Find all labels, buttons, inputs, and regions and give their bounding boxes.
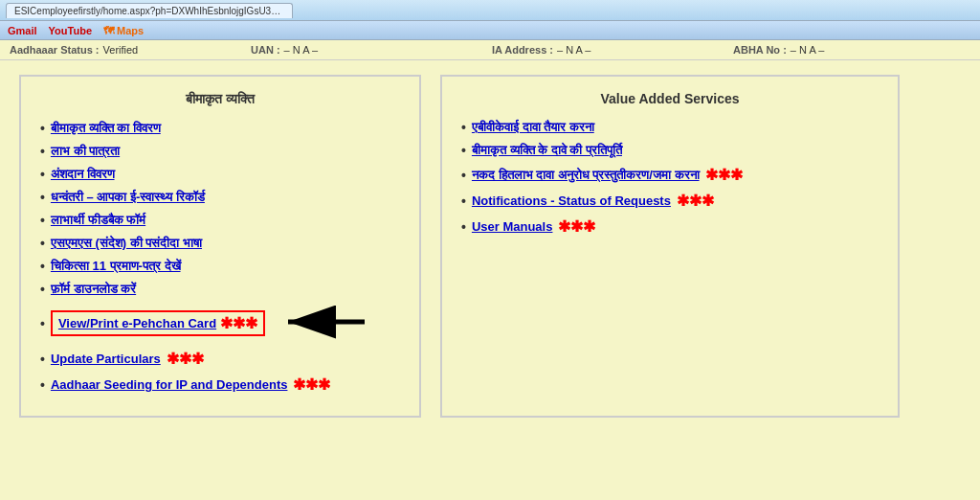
aadhaar-new-badge: ✱✱✱ (293, 375, 330, 394)
list-item: फ़ॉर्म डाउनलोड करें (40, 282, 400, 297)
list-item: धन्वंतरी – आपका ई-स्वास्थ्य रिकॉर्ड (40, 190, 400, 205)
abha-field: ABHA No : – N A – (733, 44, 970, 56)
list-item: बीमाकृत व्यक्ति का विवरण (40, 121, 400, 136)
nav-gmail[interactable]: Gmail (8, 25, 37, 36)
pehchan-card-highlighted: View/Print e-Pehchan Card ✱✱✱ (51, 310, 265, 336)
ia-address-value: – N A – (557, 44, 590, 56)
aadhar-status-label: Aadhaaar Status : (10, 44, 100, 56)
notifications-new-badge: ✱✱✱ (677, 192, 714, 210)
user-manuals-link[interactable]: User Manuals (472, 219, 553, 234)
abha-label: ABHA No : (733, 44, 787, 56)
nakad-hitlabh-link[interactable]: नकद हितलाभ दावा अनुरोध प्रस्तुतीकरण/जमा … (472, 168, 700, 183)
item-anshdan-link[interactable]: अंशदान विवरण (51, 167, 115, 182)
item-feedback-link[interactable]: लाभार्थी फीडबैक फॉर्म (51, 213, 145, 228)
abvky-link[interactable]: एबीवीकेवाई दावा तैयार करना (472, 120, 594, 135)
right-panel-title: Value Added Services (461, 91, 879, 106)
list-item: लाभार्थी फीडबैक फॉर्म (40, 213, 400, 228)
ia-address-label: IA Address : (492, 44, 553, 56)
left-panel-list: बीमाकृत व्यक्ति का विवरण लाभ की पात्रता … (40, 121, 400, 394)
aadhaar-seeding-link[interactable]: Aadhaar Seeding for IP and Dependents (51, 377, 288, 392)
item-sms-link[interactable]: एसएमएस (संदेश) की पसंदीदा भाषा (51, 236, 202, 251)
list-item: अंशदान विवरण (40, 167, 400, 182)
left-panel-title: बीमाकृत व्यक्ति (40, 91, 400, 107)
item-chikitsa-link[interactable]: चिकित्सा 11 प्रमाण-पत्र देखें (51, 259, 181, 274)
list-item: एसएमएस (संदेश) की पसंदीदा भाषा (40, 236, 400, 251)
browser-bar: ESICemployeefirstly/home.aspx?ph=DXWhIhE… (0, 0, 980, 21)
left-panel: बीमाकृत व्यक्ति बीमाकृत व्यक्ति का विवरण… (19, 75, 421, 418)
list-item-pehchan: View/Print e-Pehchan Card ✱✱✱ (40, 305, 400, 342)
uan-value: – N A – (284, 44, 318, 56)
item-form-download-link[interactable]: फ़ॉर्म डाउनलोड करें (51, 282, 136, 297)
aadhar-status-field: Aadhaaar Status : Verified (10, 44, 247, 56)
list-item: Notifications - Status of Requests ✱✱✱ (461, 192, 879, 210)
item-vivaran-link[interactable]: बीमाकृत व्यक्ति का विवरण (51, 121, 161, 136)
list-item: एबीवीकेवाई दावा तैयार करना (461, 120, 879, 135)
nakad-new-badge: ✱✱✱ (705, 166, 743, 184)
list-item: User Manuals ✱✱✱ (461, 217, 879, 236)
abha-value: – N A – (791, 44, 824, 56)
pehchan-card-link[interactable]: View/Print e-Pehchan Card (58, 316, 216, 330)
list-item: लाभ की पात्रता (40, 144, 400, 159)
item-dhanwantari-link[interactable]: धन्वंतरी – आपका ई-स्वास्थ्य रिकॉर्ड (51, 190, 205, 205)
pehchan-new-badge: ✱✱✱ (220, 314, 257, 332)
arrow-svg (278, 305, 374, 339)
update-particulars-link[interactable]: Update Particulars (51, 352, 161, 366)
right-panel-list: एबीवीकेवाई दावा तैयार करना बीमाकृत व्यक्… (461, 120, 879, 236)
list-item: नकद हितलाभ दावा अनुरोध प्रस्तुतीकरण/जमा … (461, 166, 879, 184)
ia-address-field: IA Address : – N A – (492, 44, 729, 56)
browser-tab[interactable]: ESICemployeefirstly/home.aspx?ph=DXWhIhE… (6, 3, 293, 18)
update-new-badge: ✱✱✱ (167, 350, 204, 368)
info-bar: Aadhaaar Status : Verified UAN : – N A –… (0, 40, 980, 60)
user-manuals-new-badge: ✱✱✱ (558, 217, 595, 236)
notifications-link[interactable]: Notifications - Status of Requests (472, 193, 671, 208)
nav-youtube[interactable]: YouTube (49, 25, 92, 36)
nav-maps[interactable]: 🗺 Maps (103, 25, 144, 36)
arrow-icon (278, 305, 374, 342)
item-patra-link[interactable]: लाभ की पात्रता (51, 144, 120, 159)
bimakrit-claim-link[interactable]: बीमाकृत व्यक्ति के दावे की प्रतिपूर्ति (472, 143, 622, 158)
uan-label: UAN : (251, 44, 280, 56)
list-item-update: Update Particulars ✱✱✱ (40, 350, 400, 368)
main-content: बीमाकृत व्यक्ति बीमाकृत व्यक्ति का विवरण… (0, 60, 980, 432)
list-item: बीमाकृत व्यक्ति के दावे की प्रतिपूर्ति (461, 143, 879, 158)
aadhar-status-value: Verified (103, 44, 139, 56)
uan-field: UAN : – N A – (251, 44, 488, 56)
list-item: चिकित्सा 11 प्रमाण-पत्र देखें (40, 259, 400, 274)
right-panel: Value Added Services एबीवीकेवाई दावा तैय… (440, 75, 900, 418)
list-item-aadhaar: Aadhaar Seeding for IP and Dependents ✱✱… (40, 375, 400, 394)
